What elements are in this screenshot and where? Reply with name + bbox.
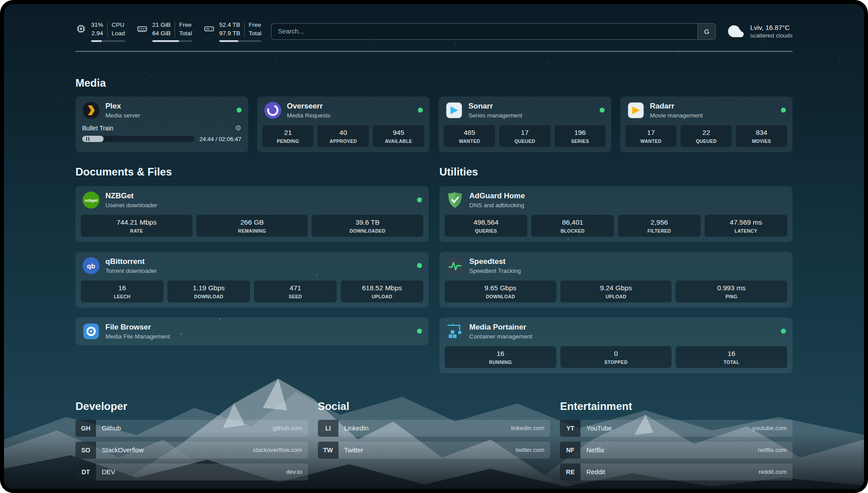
top-bar: 31% 2.94 CPU Load [75,4,793,42]
status-dot [781,329,786,334]
disk-widget: 52.4 TB 97.9 TB Free Total [204,21,262,42]
disk-widget-body: 52.4 TB 97.9 TB Free Total [219,21,262,42]
playback-progress-bar[interactable] [82,136,194,142]
playback-time: 24:44 / 02:06:47 [200,136,242,142]
stat-value: 485 [446,129,493,137]
stat-movies: 834 MOVIES [736,125,787,147]
utilities-column: Utilities [439,152,793,373]
cpu-usage-bar [91,40,125,42]
speedtest-icon [446,257,464,275]
plex-card[interactable]: Plex Media server Bullet Train ⚙ [75,96,248,152]
stat-approved: 40 APPROVED [317,125,369,147]
stat-value: 22 [682,129,730,137]
speedtest-card[interactable]: Speedtest Speedtest Tracking 9.65 Gbps D… [439,252,793,308]
cloud-icon [727,22,745,40]
adguard-icon [446,191,464,209]
app-title: Overseerr [287,102,331,111]
app-title: AdGuard Home [469,192,525,201]
nzbget-icon: nzbget [82,191,100,209]
disk-usage-bar [219,40,262,42]
stat-queued: 22 QUEUED [680,125,732,147]
stat-filtered: 2,956 FILTERED [618,215,701,237]
cpu-usage-value: 31% [91,21,103,29]
pause-icon[interactable] [86,137,89,141]
memory-free-value: 21 GiB [152,21,171,29]
bookmark-stackoverflow[interactable]: SO StackOverflow stackoverflow.com [75,442,308,459]
weather-location: Lviv, 16.87°C [750,24,793,31]
bookmark-name: DEV [96,464,115,480]
memory-total-value: 64 GiB [152,29,171,38]
bookmark-linkedin[interactable]: LI LinkedIn linkedin.com [318,420,551,437]
bookmark-twitter[interactable]: TW Twitter twitter.com [318,442,551,459]
weather-text: Lviv, 16.87°C scattered clouds [750,24,793,39]
stat-value: 40 [319,129,367,137]
bookmark-url: twitter.com [516,442,551,459]
svg-text:nzbget: nzbget [85,198,98,202]
plex-now-playing: Bullet Train ⚙ 24:44 / 02:06:47 [75,125,248,148]
qbittorrent-card[interactable]: qb qBittorrent Torrent downloader [75,252,429,308]
app-subtitle: Series management [468,112,522,119]
sonarr-stats: 485 WANTED 17 QUEUED 196 SERIES [438,124,611,152]
stat-total: 16 TOTAL [676,346,787,368]
bookmark-abbr: YT [560,420,580,437]
app-subtitle: Speedtest Tracking [469,267,521,274]
bookmark-url: stackoverflow.com [253,442,308,459]
bookmarks-social: Social LI LinkedIn linkedin.com TW Twitt… [318,400,551,480]
stat-value: 618.52 Mbps [342,284,421,292]
page-content: 31% 2.94 CPU Load [4,4,864,489]
bookmark-abbr: GH [75,420,96,437]
app-title: Plex [105,102,140,111]
search-provider-button[interactable]: G [697,24,715,39]
bookmark-github[interactable]: GH Github github.com [75,420,308,437]
nzbget-card[interactable]: nzbget NZBGet Usenet downloader [75,186,429,242]
bookmark-name: Netflix [580,442,604,459]
status-dot [600,108,605,113]
disk-icon [204,23,215,34]
disk-total-label: Total [249,29,262,38]
bookmark-name: StackOverflow [96,442,143,459]
bookmark-name: Reddit [580,464,605,480]
stat-value: 945 [375,129,422,137]
bookmark-dev[interactable]: DT DEV dev.to [75,464,308,480]
section-title-documents: Documents & Files [75,166,429,178]
portainer-card[interactable]: Media Portainer Container management 16 … [439,318,793,373]
section-title-entertainment: Entertainment [560,400,793,413]
bookmark-name: Twitter [338,442,363,459]
stat-value: 16 [447,350,555,358]
bookmark-youtube[interactable]: YT YouTube youtube.com [560,420,793,437]
stat-label: DOWNLOAD [169,294,248,299]
stat-value: 21 [264,129,312,137]
stat-upload: 9.24 Gbps UPLOAD [560,280,672,302]
bookmark-name: YouTube [580,420,612,437]
nzbget-card-header: nzbget NZBGet Usenet downloader [75,186,429,214]
filebrowser-card[interactable]: File Browser Media File Management [75,318,429,345]
radarr-card[interactable]: Radarr Movie management 17 WANTED 22 QUE… [620,96,793,152]
bookmark-netflix[interactable]: NF Netflix netflix.com [560,442,793,459]
stat-value: 39.6 TB [313,218,421,226]
stat-label: WANTED [627,138,675,144]
search-input[interactable] [271,28,697,35]
section-title-developer: Developer [75,400,308,413]
bookmark-abbr: TW [318,442,338,459]
documents-column: Documents & Files nzbget [75,152,429,373]
stat-queries: 498,564 QUERIES [445,215,527,237]
disk-free-value: 52.4 TB [219,21,240,29]
section-title-media: Media [75,77,793,89]
app-title: File Browser [105,323,170,332]
stat-latency: 47.569 ms LATENCY [705,215,787,237]
stat-wanted: 17 WANTED [626,125,677,147]
sonarr-card[interactable]: Sonarr Series management 485 WANTED 17 Q… [438,96,611,152]
bookmark-reddit[interactable]: RE Reddit reddit.com [560,464,793,480]
stat-value: 9.65 Gbps [447,284,555,292]
stat-value: 744.21 Mbps [83,218,191,226]
gear-icon[interactable]: ⚙ [235,125,241,132]
stat-value: 0 [562,350,670,358]
adguard-card[interactable]: AdGuard Home DNS and adblocking 498,564 … [439,186,793,242]
stat-seed: 471 SEED [254,280,337,302]
stat-label: PENDING [264,138,312,144]
bookmarks-developer: Developer GH Github github.com SO StackO… [75,400,308,480]
plex-icon [82,101,100,119]
app-title: Media Portainer [469,323,532,332]
overseerr-card[interactable]: Overseerr Media Requests 21 PENDING 40 A… [257,96,430,152]
disk-usage-bar-fill [219,40,239,42]
